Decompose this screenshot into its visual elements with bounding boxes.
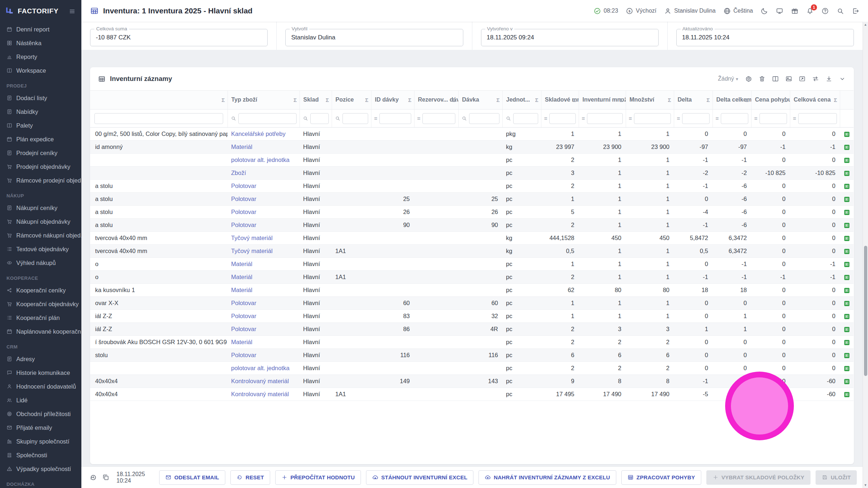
sidebar-item-adresy[interactable]: Adresy [0,352,81,366]
sidebar-item-plan-expedice[interactable]: Plán expedice [0,132,81,146]
group-by-select[interactable]: Žádný ▾ [718,76,738,82]
current-user[interactable]: Stanislav Dulina [664,7,716,15]
column-header-inventurni-mnozstvi[interactable]: Inventurní množstvíΣ [579,91,626,110]
table-row[interactable]: tvercová 40x40 mmTyčový materiálHlavníkg… [90,232,854,245]
sum-icon[interactable]: Σ [221,97,225,103]
table-row[interactable]: tvercová 40x40 mmTyčový materiálHlavní1A… [90,245,854,258]
table-row[interactable]: iál Z-ZPolotovarHlavní8332pc1110100 [90,310,854,323]
save-button[interactable]: ULOŽIT [816,470,857,485]
cell-actions[interactable] [840,141,854,154]
table-row[interactable]: stoluPolotovarHlavní116116pc6660000 [90,349,854,362]
field-aktualizovano[interactable]: Aktualizováno18.11.2025 10:24 [676,29,854,46]
app-logo[interactable]: FACTORIFY [18,7,59,15]
delete-button[interactable] [758,75,766,82]
sidebar-item-dodaci-listy[interactable]: Dodací listy [0,91,81,105]
cell-typ_zbozi[interactable]: Polotovar [227,206,299,219]
sum-icon[interactable]: Σ [408,97,411,103]
filter-celkova-cena[interactable] [798,113,837,124]
collapse-button[interactable] [839,75,846,82]
logout[interactable] [852,7,859,15]
table-row[interactable]: polotovar alt. jednotkaHlavnípc211-1-100 [90,154,854,167]
filter-mnozstvi[interactable] [634,113,671,124]
filter-sklad[interactable] [310,113,329,124]
sum-icon[interactable]: Σ [706,97,710,103]
table-row[interactable]: oMateriálHlavnípc1110-10-1 [90,258,854,271]
theme-toggle[interactable] [761,7,768,15]
currency-select[interactable]: $Výchozí [626,7,656,15]
sidebar-item-kooperacni-ceniky[interactable]: Kooperační ceníky [0,283,81,297]
cell-typ_zbozi[interactable]: Tyčový materiál [227,245,299,258]
sidebar-item-palety[interactable]: Palety [0,119,81,132]
cell-actions[interactable] [840,362,854,375]
cell-typ_zbozi[interactable]: Materiál [227,336,299,349]
cell-typ_zbozi[interactable]: Tyčový materiál [227,232,299,245]
cell-actions[interactable] [840,336,854,349]
filter-jednot[interactable] [513,113,538,124]
sidebar-item-obchodni-prilezitosti[interactable]: Obchodní příležitosti [0,407,81,421]
sidebar-item-prijate-emaily[interactable]: Přijaté emaily [0,421,81,435]
sidebar-item-denni-report[interactable]: Denní report [0,22,81,36]
settings-button[interactable] [745,75,752,82]
search[interactable] [837,7,844,15]
scroll-down-arrow[interactable]: ▼ [863,482,868,488]
notifications[interactable]: 1 [806,7,814,15]
filter-rezervov-davkou[interactable] [422,113,455,124]
export-image-button[interactable] [785,75,792,82]
column-header-jednot[interactable]: Jednot...Σ [502,91,541,110]
table-row[interactable]: polotovar alt. jednotkaHlavnípc2220000 [90,362,854,375]
filter-davka[interactable] [469,113,499,124]
field-celkova-suma[interactable]: Celková suma-10 887 CZK [90,29,268,46]
cell-typ_zbozi[interactable]: Materiál [227,271,299,284]
filter-skladove-mnozstvi[interactable] [549,113,575,124]
swap-columns-button[interactable] [812,75,819,82]
sidebar-item-textove-objednavky[interactable]: Textové objednávky [0,242,81,256]
scroll-up-arrow[interactable]: ▲ [863,22,868,27]
column-header-id-davky[interactable]: ID dávkyΣ [371,91,414,110]
sidebar-item-spolecnosti[interactable]: Společnosti [0,448,81,462]
sum-icon[interactable]: Σ [293,97,297,103]
menu-toggle-icon[interactable] [69,8,76,15]
vertical-scrollbar[interactable]: ▲ ▼ [863,22,868,488]
cell-typ_zbozi[interactable]: Polotovar [227,193,299,206]
cell-actions[interactable] [840,349,854,362]
column-header-skladove-mnozstvi[interactable]: Skladové množstvíΣ [541,91,579,110]
field-vytvoreno-v[interactable]: Vytvořeno v18.11.2025 09:24 [481,29,659,46]
recalculate-value-button[interactable]: PŘEPOČÍTAT HODNOTU [275,470,361,485]
sum-icon[interactable]: Σ [620,97,623,103]
cell-typ_zbozi[interactable]: Zboží [227,167,299,180]
help[interactable] [821,7,829,15]
send-email-button[interactable]: ODESLAT EMAIL [159,470,225,485]
cell-actions[interactable] [840,375,854,388]
sum-icon[interactable]: Σ [326,97,329,103]
open-external-button[interactable] [799,75,806,82]
filter-delta-celkem[interactable] [721,113,748,124]
cell-typ_zbozi[interactable]: polotovar alt. jednotka [227,154,299,167]
compare-button[interactable] [102,474,110,481]
sidebar-item-historie-komunikace[interactable]: Historie komunikace [0,366,81,380]
sidebar-item-reporty[interactable]: Reporty [0,50,81,64]
cell-typ_zbozi[interactable]: Polotovar [227,297,299,310]
select-stock-items-button[interactable]: VYBRAT SKLADOVÉ POLOŽKY [706,470,810,485]
sidebar-item-skupiny-spolecnosti[interactable]: Skupiny společností [0,435,81,448]
column-header-mnozstvi[interactable]: MnožstvíΣ [626,91,674,110]
sum-icon[interactable]: Σ [535,97,538,103]
table-row[interactable]: id amonnýMateriálHlavníkg23 99723 90023 … [90,141,854,154]
sidebar-item-hodnoceni-dodavatelu[interactable]: Hodnocení dodavatelů [0,380,81,393]
table-row[interactable]: a stoluPolotovarHlavní9090pc211-1-600 [90,219,854,232]
sidebar-item-prodejni-ceniky[interactable]: Prodejní ceníky [0,146,81,160]
sidebar-item-nakupni-objednavky[interactable]: Nákupní objednávky [0,215,81,228]
sum-icon[interactable]: Σ [496,97,499,103]
cell-typ_zbozi[interactable]: Polotovar [227,323,299,336]
column-header-rezervov-davkou[interactable]: Rezervov... dávkouΣ [414,91,458,110]
table-row[interactable]: oMateriálHlavní1A1pc211-1-1-1-1 [90,271,854,284]
table-row[interactable]: ovar X-XPolotovarHlavní6060pc1110000 [90,297,854,310]
cell-actions[interactable] [840,206,854,219]
cell-actions[interactable] [840,219,854,232]
filter-cena-pohybu[interactable] [760,113,787,124]
filter-name[interactable] [94,113,223,124]
sum-icon[interactable]: Σ [365,97,368,103]
cell-actions[interactable] [840,167,854,180]
cell-typ_zbozi[interactable]: Polotovar [227,219,299,232]
columns-button[interactable] [772,75,779,82]
table-row[interactable]: ZbožíHlavnípc311-2-2-10 825-10 825 [90,167,854,180]
